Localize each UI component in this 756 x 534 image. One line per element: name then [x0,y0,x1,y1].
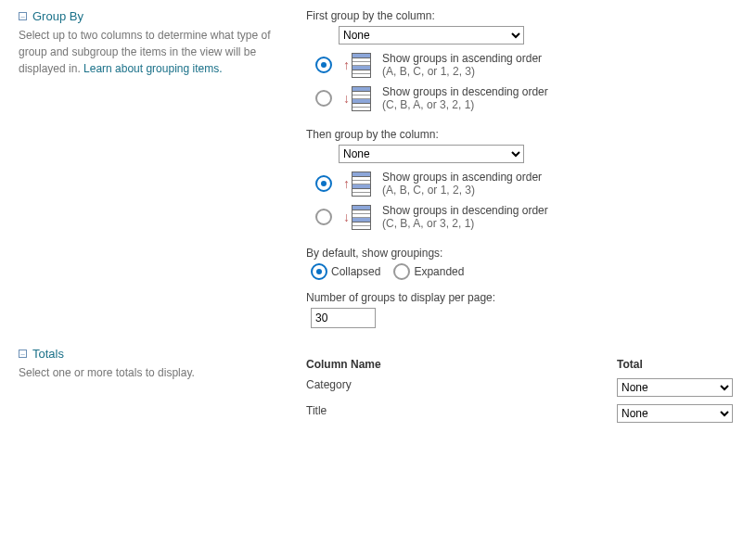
total-row-name: Title [306,404,617,423]
group-by-section: Group By Select up to two columns to det… [19,9,737,328]
first-group-desc-radio[interactable] [315,90,332,107]
then-group-label: Then group by the column: [306,128,737,141]
total-row-select[interactable]: None [617,404,733,423]
sort-ascending-icon: ↑ [343,172,371,197]
totals-table: Column Name Total Category None Title No… [306,354,737,426]
collapsed-radio[interactable] [311,263,327,280]
then-group-asc-radio[interactable] [315,175,332,192]
first-group-asc-row[interactable]: ↑ Show groups in ascending order (A, B, … [315,52,737,78]
totals-right: Column Name Total Category None Title No… [306,347,737,426]
then-group-asc-row[interactable]: ↑ Show groups in ascending order (A, B, … [315,171,737,197]
expanded-label: Expanded [414,265,464,278]
group-by-description: Select up to two columns to determine wh… [19,27,297,77]
total-row-select[interactable]: None [617,378,733,397]
per-page-input[interactable] [311,308,376,328]
first-group-asc-text: Show groups in ascending order (A, B, C,… [382,52,542,78]
total-row-name: Category [306,378,617,397]
first-group-desc-row[interactable]: ↓ Show groups in descending order (C, B,… [315,85,737,111]
table-row: Title None [306,400,737,426]
first-group-select[interactable]: None [339,26,524,44]
column-name-header: Column Name [306,358,617,371]
total-header: Total [617,358,737,371]
totals-left: Totals Select one or more totals to disp… [19,347,306,381]
expanded-radio[interactable] [393,263,410,280]
totals-description: Select one or more totals to display. [19,364,297,381]
default-groupings-label: By default, show groupings: [306,247,737,260]
totals-header[interactable]: Totals [19,347,297,361]
then-group-desc-radio[interactable] [315,209,332,225]
first-group-desc-text: Show groups in descending order (C, B, A… [382,85,548,111]
totals-header-row: Column Name Total [306,354,737,375]
group-by-left: Group By Select up to two columns to det… [19,9,306,77]
sort-descending-icon: ↓ [343,86,371,111]
collapse-icon[interactable] [19,350,27,358]
first-group-asc-radio[interactable] [315,57,332,73]
default-groupings-group: Collapsed Expanded [306,263,737,280]
sort-descending-icon: ↓ [343,205,371,230]
then-group-select[interactable]: None [339,145,524,163]
then-group-desc-text: Show groups in descending order (C, B, A… [382,204,548,230]
group-by-right: First group by the column: None ↑ Show g… [306,9,737,328]
then-group-desc-row[interactable]: ↓ Show groups in descending order (C, B,… [315,204,737,230]
sort-ascending-icon: ↑ [343,53,371,78]
first-group-label: First group by the column: [306,9,737,22]
learn-grouping-link[interactable]: Learn about grouping items. [83,62,222,75]
collapse-icon[interactable] [19,12,27,20]
then-group-asc-text: Show groups in ascending order (A, B, C,… [382,171,542,197]
group-by-title: Group By [32,9,83,23]
totals-title: Totals [32,347,64,361]
per-page-label: Number of groups to display per page: [306,291,737,304]
group-by-header[interactable]: Group By [19,9,297,23]
table-row: Category None [306,375,737,400]
collapsed-label: Collapsed [331,265,380,278]
totals-section: Totals Select one or more totals to disp… [19,347,737,426]
